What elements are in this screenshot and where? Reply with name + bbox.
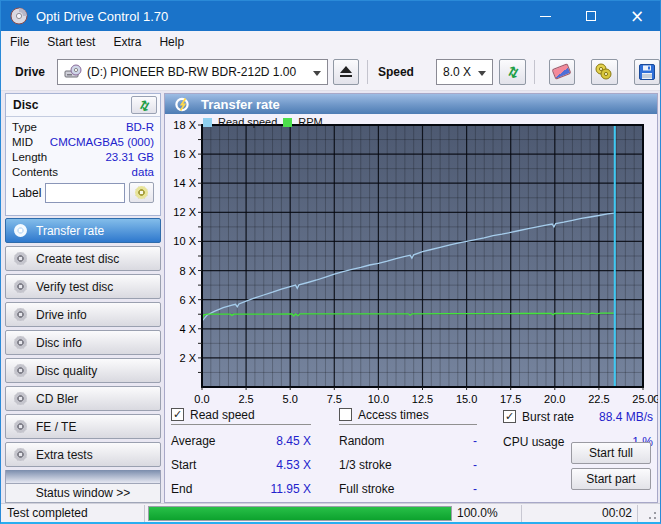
disc-icon <box>14 252 27 265</box>
disc-icon <box>14 448 27 461</box>
access-times-checkbox-label: Access times <box>358 408 429 422</box>
drive-select[interactable]: (D:) PIONEER BD-RW BDR-212D 1.00 <box>57 59 327 85</box>
speed-select[interactable]: 8.0 X <box>436 59 493 85</box>
panel-title: Transfer rate <box>201 97 280 112</box>
gold-discs-icon <box>594 63 614 80</box>
statusbar-divider <box>521 505 522 522</box>
average-value: 8.45 X <box>276 434 311 449</box>
disc-row-type: TypeBD-R <box>6 120 160 135</box>
eject-button[interactable] <box>333 59 359 85</box>
close-icon: × <box>630 8 644 25</box>
disc-row-mid: MIDCMCMAGBA5 (000) <box>6 135 160 150</box>
start-part-button[interactable]: Start part <box>571 468 651 490</box>
drive-icon <box>64 64 82 79</box>
svg-text:20.0: 20.0 <box>544 393 565 405</box>
compare-button[interactable] <box>591 59 617 85</box>
sidebar-item-transfer-rate[interactable]: Transfer rate <box>5 218 161 243</box>
burst-rate-checkbox[interactable]: ✓ <box>503 410 516 423</box>
svg-text:18 X: 18 X <box>173 119 196 131</box>
save-button[interactable] <box>634 59 660 85</box>
app-disc-icon <box>10 7 28 25</box>
disc-icon <box>14 364 27 377</box>
sidebar-item-verify-test-disc[interactable]: Verify test disc <box>5 274 161 299</box>
cd-icon <box>135 186 148 199</box>
sidebar-item-create-test-disc[interactable]: Create test disc <box>5 246 161 271</box>
chart-legend: Read speed RPM <box>203 116 323 128</box>
save-floppy-icon <box>639 64 655 80</box>
progress-fill <box>149 507 451 520</box>
menu-extra[interactable]: Extra <box>104 31 150 53</box>
eraser-icon <box>552 63 572 80</box>
sidebar-item-disc-info[interactable]: Disc info <box>5 330 161 355</box>
minimize-button[interactable] <box>522 1 568 31</box>
svg-text:14 X: 14 X <box>173 177 196 189</box>
progress-bar <box>148 506 452 521</box>
svg-text:GB: GB <box>653 393 658 405</box>
read-speed-checkbox[interactable]: ✓ <box>171 408 184 421</box>
menu-help[interactable]: Help <box>150 31 193 53</box>
disc-mid-value: CMCMAGBA5 (000) <box>50 135 154 150</box>
disc-row-contents: Contentsdata <box>6 165 160 180</box>
results-section: ✓ Read speed Average8.45 X Start4.53 X E… <box>165 408 657 502</box>
rpm-swatch <box>283 118 292 127</box>
status-window-button[interactable]: Status window >> <box>5 483 161 503</box>
start-full-button[interactable]: Start full <box>571 442 651 464</box>
svg-text:17.5: 17.5 <box>500 393 521 405</box>
progress-percent: 100.0% <box>457 506 498 520</box>
disc-icon <box>14 392 27 405</box>
refresh-arrows-icon: ⇄ <box>503 62 523 80</box>
toolbar-separator <box>534 60 535 84</box>
svg-text:0.0: 0.0 <box>194 393 209 405</box>
sidebar-item-extra-tests[interactable]: Extra tests <box>5 442 161 467</box>
window-title: Opti Drive Control 1.70 <box>36 9 168 24</box>
sidebar-item-fe-te[interactable]: FE / TE <box>5 414 161 439</box>
menu-start-test[interactable]: Start test <box>38 31 104 53</box>
elapsed-time: 00:02 <box>602 506 632 520</box>
svg-text:2.5: 2.5 <box>238 393 253 405</box>
disc-icon <box>14 224 27 237</box>
close-button[interactable]: × <box>614 1 660 31</box>
read-speed-swatch <box>203 118 212 127</box>
access-times-checkbox[interactable] <box>339 408 352 421</box>
full-stroke-value: - <box>473 482 477 497</box>
start-value: 4.53 X <box>276 458 311 473</box>
disc-row-label: Label <box>6 180 160 203</box>
status-bar: Test completed 100.0% 00:02 <box>1 503 660 523</box>
resize-grip[interactable] <box>647 510 657 520</box>
read-speed-checkbox-label: Read speed <box>190 408 255 422</box>
refresh-arrows-icon: ⇄ <box>135 97 153 114</box>
burst-rate-value: 88.4 MB/s <box>599 410 653 424</box>
end-value: 11.95 X <box>271 482 311 497</box>
svg-text:7.5: 7.5 <box>327 393 342 405</box>
svg-text:2 X: 2 X <box>179 352 196 364</box>
disc-bolt-icon <box>175 97 191 112</box>
refresh-disc-button[interactable]: ⇄ <box>131 96 157 114</box>
sidebar-item-cd-bler[interactable]: CD Bler <box>5 386 161 411</box>
legend-rpm: RPM <box>298 116 322 128</box>
svg-text:6 X: 6 X <box>179 294 196 306</box>
menu-file[interactable]: File <box>1 31 38 53</box>
sidebar-item-disc-quality[interactable]: Disc quality <box>5 358 161 383</box>
stat-end: End11.95 X <box>171 482 311 497</box>
third-stroke-value: - <box>473 458 477 473</box>
svg-text:5.0: 5.0 <box>283 393 298 405</box>
svg-text:15.0: 15.0 <box>456 393 477 405</box>
transfer-rate-panel: Transfer rate Read speed RPM 2 X4 X6 X8 … <box>164 93 658 503</box>
menu-bar: File Start test Extra Help <box>1 31 660 53</box>
svg-text:10 X: 10 X <box>173 235 196 247</box>
label-input[interactable] <box>45 183 125 203</box>
maximize-button[interactable] <box>568 1 614 31</box>
disc-panel-title: Disc <box>13 98 38 112</box>
svg-text:22.5: 22.5 <box>588 393 609 405</box>
stat-start: Start4.53 X <box>171 458 311 473</box>
set-speed-button[interactable]: ⇄ <box>499 59 525 85</box>
disc-icon <box>14 336 27 349</box>
sidebar: Disc ⇄ TypeBD-R MIDCMCMAGBA5 (000) Lengt… <box>5 93 161 503</box>
erase-button[interactable] <box>549 59 575 85</box>
sidebar-item-drive-info[interactable]: Drive info <box>5 302 161 327</box>
legend-read-speed: Read speed <box>218 116 277 128</box>
title-bar[interactable]: Opti Drive Control 1.70 × <box>1 1 660 31</box>
svg-text:12.5: 12.5 <box>412 393 433 405</box>
minimize-icon <box>540 16 551 17</box>
write-label-button[interactable] <box>129 182 154 203</box>
